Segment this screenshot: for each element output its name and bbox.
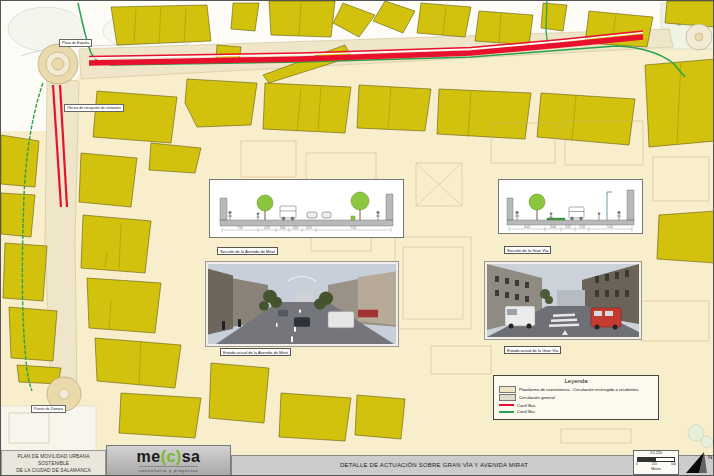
label-oficina-visitantes: Oficina de recepción de visitantes bbox=[64, 104, 124, 112]
svg-text:3.00: 3.00 bbox=[550, 225, 556, 229]
svg-text:6.00: 6.00 bbox=[524, 225, 530, 229]
legend-label: Carril Bici bbox=[517, 409, 535, 414]
photo-mirat-scene bbox=[208, 264, 396, 344]
label-plaza-espana: Plaza de España bbox=[59, 39, 92, 47]
mecsa-logo-wordmark: me(c)sa bbox=[137, 449, 201, 465]
legend-item-general: Circulación general bbox=[499, 394, 653, 401]
legend-item-coexistencia: Plataforma de coexistencia - Circulación… bbox=[499, 386, 653, 393]
plan-sheet: Plaza de España Oficina de recepción de … bbox=[0, 0, 714, 476]
legend-item-carril-bus: Carril Bus bbox=[499, 403, 653, 408]
legend: Leyenda Plataforma de coexistencia - Cir… bbox=[493, 375, 659, 420]
north-arrow: N bbox=[680, 449, 714, 476]
caption-section-granvia: Sección de la Gran Vía bbox=[504, 246, 551, 254]
scale-ticks: 0 250 500 bbox=[636, 462, 676, 466]
svg-text:5.00: 5.00 bbox=[607, 225, 613, 229]
scale-tick: 250 bbox=[652, 462, 657, 466]
scale-tick: 0 bbox=[636, 462, 638, 466]
legend-label: Carril Bus bbox=[517, 403, 535, 408]
scale-tick: 500 bbox=[671, 462, 676, 466]
svg-text:7.50: 7.50 bbox=[237, 226, 243, 230]
section-drawing-mirat: 7.50 4.25 3.00 3.00 3.25 7.50 bbox=[210, 180, 403, 237]
label-puerta-zamora: Puerta de Zamora bbox=[31, 405, 66, 413]
scale-unit: Metros bbox=[634, 467, 678, 471]
mecsa-logo-subtitle: consultoría y proyectos bbox=[139, 466, 199, 473]
person-glyphs bbox=[228, 211, 380, 220]
street-lamp-glyph bbox=[607, 192, 612, 220]
svg-text:N: N bbox=[708, 454, 712, 460]
photo-mirat bbox=[206, 262, 398, 346]
svg-text:7.50: 7.50 bbox=[350, 226, 356, 230]
svg-text:3.25: 3.25 bbox=[306, 226, 312, 230]
scale-ratio: 1/1.250 bbox=[634, 452, 678, 456]
bus-glyph bbox=[569, 207, 584, 220]
photo-granvia-scene bbox=[487, 264, 639, 337]
legend-item-carril-bici: Carril Bici bbox=[499, 409, 653, 414]
bus-glyph bbox=[280, 206, 296, 220]
section-panel-mirat: 7.50 4.25 3.00 3.00 3.25 7.50 bbox=[209, 179, 404, 238]
legend-label: Plataforma de coexistencia - Circulación… bbox=[519, 387, 638, 392]
svg-text:3.00: 3.00 bbox=[280, 226, 286, 230]
scale-segment-light bbox=[656, 458, 674, 461]
roundabout-top-right bbox=[686, 24, 712, 50]
svg-text:4.25: 4.25 bbox=[264, 226, 270, 230]
caption-photo-granvia: Estado actual de la Gran Vía bbox=[504, 346, 561, 354]
sheet-title: DETALLE DE ACTUACIÓN SOBRE GRAN VÍA Y AV… bbox=[340, 462, 528, 468]
svg-text:3.00: 3.00 bbox=[293, 226, 299, 230]
person-glyphs bbox=[515, 211, 621, 220]
caption-section-mirat: Sección de la Avenida de Mirat bbox=[217, 247, 278, 255]
car-glyphs bbox=[307, 212, 331, 218]
scale-bar bbox=[637, 457, 675, 462]
legend-title: Leyenda bbox=[499, 378, 653, 384]
scale-box: 1/1.250 0 250 500 Metros bbox=[633, 450, 679, 475]
legend-swatch-coexistencia bbox=[499, 386, 516, 393]
plan-title-line2: DE LA CIUDAD DE SALAMANCA bbox=[2, 467, 105, 474]
legend-line-bici bbox=[499, 411, 514, 413]
section-panel-granvia: 6.00 3.00 3.25 2.50 5.00 bbox=[498, 179, 643, 234]
north-arrow-icon: N bbox=[680, 449, 714, 476]
roundabout-plaza-espana bbox=[38, 44, 78, 84]
plan-title-block: PLAN DE MOVILIDAD URBANA SOSTENIBLE DE L… bbox=[1, 450, 106, 476]
legend-line-bus bbox=[499, 404, 514, 406]
scale-segment-dark bbox=[638, 458, 656, 461]
svg-text:2.50: 2.50 bbox=[579, 225, 585, 229]
section-drawing-granvia: 6.00 3.00 3.25 2.50 5.00 bbox=[499, 180, 642, 233]
legend-swatch-general bbox=[499, 394, 516, 401]
plan-title-line1: PLAN DE MOVILIDAD URBANA SOSTENIBLE bbox=[2, 453, 105, 467]
photo-granvia bbox=[485, 262, 641, 339]
mecsa-logo: me(c)sa consultoría y proyectos bbox=[106, 445, 231, 476]
legend-label: Circulación general bbox=[519, 395, 555, 400]
svg-text:3.25: 3.25 bbox=[565, 225, 571, 229]
caption-photo-mirat: Estado actual de la Avenida de Mirat bbox=[220, 348, 291, 356]
